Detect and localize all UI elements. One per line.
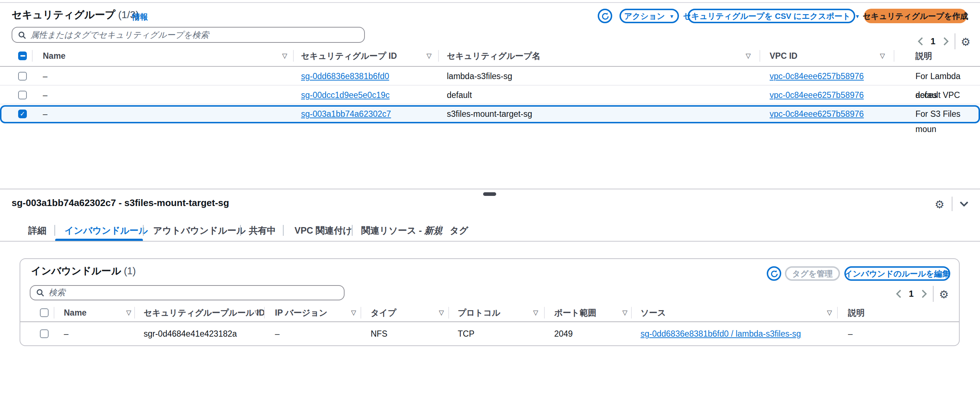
tab-vpc-associations[interactable]: VPC 関連付け (294, 220, 352, 242)
cell-protocol: TCP (458, 323, 474, 345)
cell-description: – (848, 323, 853, 345)
inbound-rules-search-input[interactable]: 検索 (30, 285, 345, 301)
row-checkbox[interactable] (18, 72, 27, 81)
create-security-group-button[interactable]: セキュリティグループを作成 (864, 9, 967, 23)
split-panel-border (0, 189, 980, 189)
cell-sg-name: lambda-s3files-sg (447, 67, 512, 86)
tabs-baseline (0, 241, 980, 242)
sort-icon-name[interactable]: ▽ (282, 45, 287, 67)
sort-icon[interactable]: ▽ (439, 303, 444, 322)
refresh-button[interactable] (598, 9, 612, 23)
actions-button-label: アクション (624, 11, 665, 21)
search-icon (36, 289, 44, 297)
search-placeholder: 属性またはタグでセキュリティグループを検索 (30, 29, 209, 40)
sort-icon[interactable]: ▽ (533, 303, 538, 322)
edit-inbound-rules-label: インバウンドのルールを編集 (844, 268, 950, 279)
panel-preferences-gear-icon[interactable]: ⚙ (935, 199, 945, 209)
split-panel-drag-handle[interactable] (483, 192, 496, 196)
table-row[interactable]: – sg-0dd6836e8381b6fd0 lambda-s3files-sg… (0, 67, 980, 86)
tab-outbound-rules[interactable]: アウトバウンドルール (153, 220, 245, 242)
inbound-rules-count: (1) (124, 266, 136, 277)
col-header-description[interactable]: 説明 (915, 45, 932, 67)
row-checkbox[interactable] (40, 329, 49, 338)
manage-tags-label: タグを管理 (792, 268, 833, 279)
actions-button[interactable]: アクション ▼ (619, 9, 679, 23)
edit-inbound-rules-button[interactable]: インバウンドのルールを編集 (844, 266, 950, 281)
inbound-pagination: 1 ⚙ (896, 286, 949, 302)
page-title-text: セキュリティグループ (12, 9, 115, 20)
search-placeholder: 検索 (49, 287, 65, 298)
top-border (0, 2, 980, 3)
cell-description: For S3 Files moun (915, 107, 978, 137)
screen: セキュリティグループ (1/3) 情報 アクション ▼ セキュリティグループを … (0, 0, 980, 415)
select-all-checkbox[interactable] (18, 51, 27, 60)
vpc-id-link[interactable]: vpc-0c84eee6257b58976 (770, 67, 864, 86)
col-header-type[interactable]: タイプ (371, 303, 396, 322)
tab-label: 関連リソース - (361, 226, 424, 236)
next-page-button[interactable] (921, 289, 927, 298)
export-csv-caret[interactable]: ▼ (855, 13, 860, 19)
source-sg-link[interactable]: sg-0dd6836e8381b6fd0 / lambda-s3files-sg (641, 323, 801, 345)
inbound-rule-row[interactable]: – sgr-0d4684e41e423182a – NFS TCP 2049 s… (20, 323, 959, 345)
cell-name: – (43, 67, 48, 86)
table-header-row: Name ▽ セキュリティグループ ID ▽ セキュリティグループ名 ▽ VPC… (0, 45, 980, 67)
page-title: セキュリティグループ (1/3) (12, 9, 139, 22)
select-all-checkbox[interactable] (40, 308, 49, 317)
refresh-icon (770, 270, 778, 278)
sg-id-link[interactable]: sg-003a1bb74a62302c7 (301, 107, 391, 122)
col-header-protocol[interactable]: プロトコル (458, 303, 501, 322)
sort-icon-vpc-id[interactable]: ▽ (880, 45, 885, 67)
panel-controls-divider (952, 197, 953, 211)
vpc-id-link[interactable]: vpc-0c84eee6257b58976 (770, 86, 864, 105)
inbound-refresh-button[interactable] (767, 266, 781, 281)
tab-label-new: 新規 (424, 226, 442, 236)
table-row-selected[interactable]: ✓ – sg-003a1bb74a62302c7 s3files-mount-t… (0, 105, 980, 123)
manage-tags-button[interactable]: タグを管理 (785, 266, 840, 281)
panel-collapse-chevron-icon[interactable] (960, 201, 968, 207)
caret-down-icon: ▼ (669, 13, 674, 19)
previous-page-button[interactable] (896, 289, 902, 298)
tab-associated-resources[interactable]: 関連リソース - 新規 (361, 220, 442, 242)
sort-icon[interactable]: ▽ (827, 303, 832, 322)
col-header-description[interactable]: 説明 (848, 303, 865, 322)
export-csv-split-button[interactable]: セキュリティグループを CSV にエクスポート ▼ (688, 9, 855, 23)
col-header-name[interactable]: Name (43, 45, 66, 67)
info-link[interactable]: 情報 (132, 12, 148, 22)
tab-tags[interactable]: タグ (450, 220, 468, 242)
col-header-vpc-id[interactable]: VPC ID (770, 45, 797, 67)
tab-inbound-rules[interactable]: インバウンドルール (65, 220, 148, 242)
col-header-rule-id[interactable]: セキュリティグループルール ID (144, 303, 265, 322)
cell-type: NFS (371, 323, 387, 345)
split-panel-controls: ⚙ (935, 197, 968, 211)
create-security-group-label: セキュリティグループを作成 (862, 11, 968, 21)
current-page[interactable]: 1 (902, 289, 921, 299)
sort-icon-sg-id[interactable]: ▽ (426, 45, 432, 67)
split-panel-title: sg-003a1bb74a62302c7 - s3files-mount-tar… (12, 197, 229, 208)
row-checkbox-checked[interactable]: ✓ (18, 110, 27, 118)
sort-icon[interactable]: ▽ (351, 303, 356, 322)
vpc-id-link[interactable]: vpc-0c84eee6257b58976 (770, 107, 864, 122)
sort-icon-sg-name[interactable]: ▽ (746, 45, 751, 67)
row-checkbox[interactable] (18, 91, 27, 99)
col-header-sg-name[interactable]: セキュリティグループ名 (447, 45, 541, 67)
col-header-sg-id[interactable]: セキュリティグループ ID (301, 45, 397, 67)
previous-page-button[interactable] (918, 37, 923, 46)
col-header-source[interactable]: ソース (641, 303, 666, 322)
tab-details[interactable]: 詳細 (28, 220, 46, 242)
sg-id-link[interactable]: sg-0dd6836e8381b6fd0 (301, 67, 389, 86)
sg-id-link[interactable]: sg-00dcc1d9ee5e0c19c (301, 86, 390, 105)
col-header-ip-version[interactable]: IP バージョン (275, 303, 328, 322)
next-page-button[interactable] (943, 37, 948, 46)
sort-icon[interactable]: ▽ (126, 303, 131, 322)
cell-rule-id: sgr-0d4684e41e423182a (144, 323, 237, 345)
sort-icon[interactable]: ▽ (622, 303, 627, 322)
col-header-port-range[interactable]: ポート範囲 (554, 303, 596, 322)
table-row[interactable]: – sg-00dcc1d9ee5e0c19c default vpc-0c84e… (0, 86, 980, 105)
pagination-divider (932, 286, 933, 302)
cell-name: – (43, 107, 48, 122)
col-header-name[interactable]: Name (64, 303, 87, 322)
tab-sharing[interactable]: 共有中 (249, 220, 276, 242)
sort-icon[interactable]: ▽ (255, 303, 260, 322)
security-group-search-input[interactable]: 属性またはタグでセキュリティグループを検索 (12, 27, 365, 43)
inbound-settings-gear-icon[interactable]: ⚙ (939, 288, 949, 299)
